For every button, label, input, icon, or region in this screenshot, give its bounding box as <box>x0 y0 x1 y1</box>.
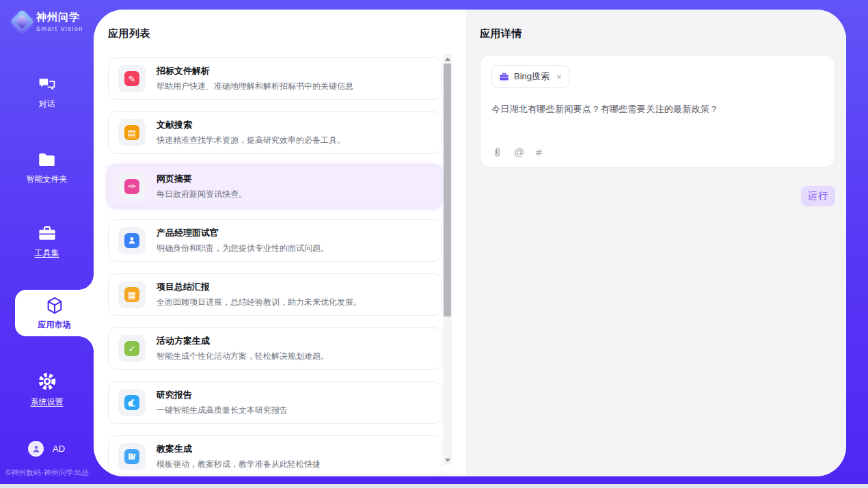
main-content: 应用列表 ✎ 招标文件解析 帮助用户快速、准确地理解和解析招标书中的关键信息 ▤ <box>94 10 846 476</box>
app-card-literature-search[interactable]: ▤ 文献搜索 快速精准查找学术资源，提高研究效率的必备工具。 <box>108 111 442 154</box>
app-card-desc: 一键智能生成高质量长文本研究报告 <box>157 405 288 416</box>
app-card-title: 活动方案生成 <box>157 335 329 347</box>
app-card-desc: 全面回顾项目进展，总结经验教训，助力未来优化发展。 <box>157 297 362 308</box>
app-card-title: 教案生成 <box>157 443 321 455</box>
sidebar-item-app-market[interactable]: 应用市场 <box>15 290 94 336</box>
clipboard-check-icon: ✓ <box>124 341 139 356</box>
app-list-panel: 应用列表 ✎ 招标文件解析 帮助用户快速、准确地理解和解析招标书中的关键信息 ▤ <box>94 10 466 476</box>
interviewer-icon <box>124 233 139 248</box>
app-card-title: 网页摘要 <box>157 173 247 185</box>
app-card-desc: 模板驱动，教案秒成，教学准备从此轻松快捷 <box>157 459 321 470</box>
calendar-icon: ▦ <box>124 287 139 302</box>
app-card-title: 产品经理面试官 <box>157 227 329 239</box>
briefcase-icon <box>499 72 509 81</box>
book-icon: ▤ <box>124 125 139 140</box>
brand-diamond-icon <box>10 10 34 33</box>
app-card-list: ✎ 招标文件解析 帮助用户快速、准确地理解和解析招标书中的关键信息 ▤ 文献搜索… <box>108 57 442 476</box>
sidebar-item-label: 工具集 <box>35 247 59 259</box>
app-card-desc: 帮助用户快速、准确地理解和解析招标书中的关键信息 <box>157 81 353 92</box>
prompt-input[interactable]: 今日湖北有哪些新闻要点？有哪些需要关注的最新政策？ <box>491 103 824 116</box>
app-card-bid-document-parse[interactable]: ✎ 招标文件解析 帮助用户快速、准确地理解和解析招标书中的关键信息 <box>108 57 442 100</box>
brand-subtitle: Smart Vision <box>36 25 83 32</box>
close-icon[interactable]: × <box>556 72 562 81</box>
app-card-research-report[interactable]: 研究报告 一键智能生成高质量长文本研究报告 <box>108 381 442 424</box>
prompt-toolbar: @ # <box>492 146 542 158</box>
app-card-title: 项目总结汇报 <box>157 281 362 293</box>
brand-logo: 神州问学 Smart Vision <box>14 11 83 32</box>
app-card-title: 文献搜索 <box>157 119 345 131</box>
toolbox-icon <box>38 225 57 242</box>
app-card-title: 研究报告 <box>157 389 288 401</box>
sidebar-item-label: 对话 <box>39 98 55 110</box>
run-button[interactable]: 运行 <box>801 186 835 206</box>
copyright-text: ©神州数码·神州问学出品 <box>5 468 89 478</box>
scroll-up-button[interactable] <box>443 54 452 64</box>
app-list-title: 应用列表 <box>108 27 150 40</box>
window-bottom-edge <box>0 484 868 488</box>
app-card-web-summary-selected[interactable]: </> 网页摘要 每日政府新闻资讯快查。 <box>108 165 442 208</box>
tool-tag-label: Bing搜索 <box>514 70 550 83</box>
app-card-desc: 每日政府新闻资讯快查。 <box>157 189 247 200</box>
gear-icon <box>38 372 57 391</box>
scrollbar-track[interactable] <box>443 64 452 455</box>
app-card-event-plan[interactable]: ✓ 活动方案生成 智能生成个性化活动方案，轻松解决规划难题。 <box>108 327 442 370</box>
sidebar-item-label: 系统设置 <box>31 396 64 408</box>
sidebar-item-chat[interactable]: 对话 <box>0 77 94 110</box>
mention-icon[interactable]: @ <box>514 146 524 158</box>
microscope-icon <box>124 395 139 410</box>
chat-icon <box>38 77 56 93</box>
user-avatar-icon <box>28 441 44 457</box>
app-card-pm-interviewer[interactable]: 产品经理面试官 明确身份和职责，为您提供专业性的面试问题。 <box>108 219 442 262</box>
app-card-lesson-plan[interactable]: 教案生成 模板驱动，教案秒成，教学准备从此轻松快捷 <box>108 435 442 476</box>
tool-tag-bing-search[interactable]: Bing搜索 × <box>491 65 569 88</box>
cube-icon <box>45 296 64 315</box>
app-card-desc: 明确身份和职责，为您提供专业性的面试问题。 <box>157 243 329 254</box>
hashtag-icon[interactable]: # <box>536 146 541 158</box>
sidebar-item-label: 智能文件夹 <box>27 174 68 185</box>
scroll-down-button[interactable] <box>443 455 452 465</box>
sidebar-item-toolset[interactable]: 工具集 <box>0 225 94 259</box>
sidebar-item-smart-folder[interactable]: 智能文件夹 <box>0 152 94 185</box>
scrollbar-thumb[interactable] <box>444 64 451 316</box>
sidebar-item-label: 应用市场 <box>38 319 71 331</box>
brand-name: 神州问学 <box>36 11 83 24</box>
user-account[interactable]: AD <box>28 441 65 457</box>
prompt-card: Bing搜索 × 今日湖北有哪些新闻要点？有哪些需要关注的最新政策？ @ # <box>480 55 835 167</box>
app-card-project-summary[interactable]: ▦ 项目总结汇报 全面回顾项目进展，总结经验教训，助力未来优化发展。 <box>108 273 442 316</box>
app-card-title: 招标文件解析 <box>157 65 353 77</box>
app-detail-title: 应用详情 <box>480 27 522 40</box>
books-icon <box>124 449 139 464</box>
paperclip-icon[interactable] <box>492 146 502 158</box>
user-initials: AD <box>53 444 65 454</box>
app-card-desc: 快速精准查找学术资源，提高研究效率的必备工具。 <box>157 135 345 146</box>
browser-code-icon: </> <box>124 179 139 194</box>
sidebar-item-settings[interactable]: 系统设置 <box>0 372 94 408</box>
folder-icon <box>38 152 56 168</box>
app-card-desc: 智能生成个性化活动方案，轻松解决规划难题。 <box>157 351 329 362</box>
app-detail-panel: 应用详情 Bing搜索 × 今日湖北有哪些新闻要点？有哪些需要关注的最新政策？ <box>466 10 846 476</box>
sidebar: 神州问学 Smart Vision 对话 智能文件夹 <box>0 0 94 484</box>
app-list-scrollbar[interactable] <box>443 54 452 465</box>
document-edit-icon: ✎ <box>124 71 139 86</box>
app-window: 神州问学 Smart Vision 对话 智能文件夹 <box>0 0 868 488</box>
